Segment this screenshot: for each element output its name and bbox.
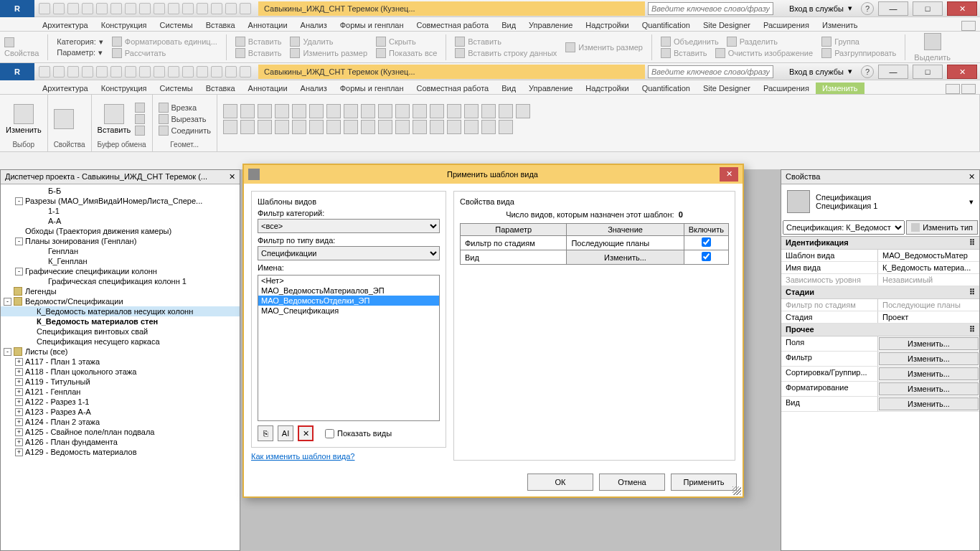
props-section-header[interactable]: Прочее⠿ [781, 324, 979, 336]
modify-tool-icon[interactable] [275, 120, 289, 134]
tree-node[interactable]: А-А [1, 216, 240, 226]
modify-tool-icon[interactable] [344, 120, 358, 134]
tree-expander-icon[interactable]: + [15, 398, 23, 406]
dialog-titlebar[interactable]: Применить шаблон вида ✕ [244, 165, 743, 184]
tree-node[interactable]: К_Генплан [1, 256, 240, 266]
qat-icon[interactable] [110, 66, 122, 77]
qat-icon[interactable] [154, 3, 165, 14]
tab[interactable]: Управление [522, 83, 579, 94]
modify-tool-icon[interactable] [258, 120, 272, 134]
delete-button[interactable]: ✕ [298, 425, 314, 441]
delete-col[interactable]: Удалить [303, 37, 333, 46]
tab-sitedesigner[interactable]: Site Designer [697, 19, 757, 31]
insert-col[interactable]: Вставить [248, 37, 282, 46]
modify-tool-icon[interactable] [464, 104, 479, 118]
prop-value[interactable]: Изменить... [879, 382, 979, 395]
tree-node[interactable]: Графическая спецификация колонн 1 [1, 276, 240, 286]
qat-icon[interactable] [53, 3, 65, 14]
duplicate-button[interactable]: ⎘ [258, 425, 273, 441]
qat-icon[interactable] [225, 3, 237, 14]
tab-collaborate[interactable]: Совместная работа [410, 19, 496, 31]
insert-img[interactable]: Вставить [674, 49, 707, 57]
qat-icon[interactable] [240, 3, 251, 14]
include-checkbox[interactable] [702, 237, 711, 247]
resize-col[interactable]: Изменить размер [303, 49, 367, 57]
tab[interactable]: Вставка [199, 83, 242, 94]
include-cell[interactable] [684, 236, 728, 250]
maximize-button[interactable]: □ [913, 1, 943, 16]
tab[interactable]: Quantification [636, 83, 697, 94]
modify-tool-icon[interactable] [516, 104, 530, 118]
ok-button[interactable]: ОК [527, 474, 593, 491]
rename-button[interactable]: AI [278, 425, 293, 441]
tree-node[interactable]: +А129 - Ведомость материалов [1, 447, 240, 457]
qat-icon[interactable] [125, 3, 136, 14]
tree-node[interactable]: К_Ведомость материалов стен [1, 316, 240, 326]
format-units[interactable]: Форматировать единиц... [125, 37, 217, 46]
template-item[interactable]: МАО_ВедомостьМатериалов_ЭП [258, 286, 439, 296]
tab[interactable]: Совместная работа [410, 83, 496, 94]
tab-annotate[interactable]: Аннотации [242, 19, 294, 31]
tab[interactable]: Системы [154, 83, 199, 94]
properties-close-icon[interactable]: ✕ [969, 172, 975, 182]
tab[interactable]: Site Designer [697, 83, 757, 94]
modify-tool-icon[interactable] [413, 120, 427, 134]
modify-tool-icon[interactable] [275, 104, 289, 118]
modify-tool-icon[interactable] [326, 120, 341, 134]
calculate[interactable]: Рассчитать [125, 49, 166, 57]
qat-icon[interactable] [110, 3, 122, 14]
qat-icon[interactable] [139, 3, 151, 14]
cut[interactable]: Вырезать [171, 115, 207, 123]
modify-tool-icon[interactable] [499, 120, 513, 134]
tree-expander-icon[interactable]: + [15, 358, 23, 366]
connect[interactable]: Соединить [171, 126, 212, 135]
cut-icon[interactable] [159, 114, 169, 124]
modify-tool-icon[interactable] [395, 104, 410, 118]
qat-icon[interactable] [197, 3, 208, 14]
tree-expander-icon[interactable]: - [15, 268, 23, 276]
signin-link[interactable]: Вход в службы [789, 4, 844, 13]
minimize-button[interactable]: — [878, 1, 908, 16]
qat-icon[interactable] [197, 66, 208, 77]
properties-icon[interactable] [54, 109, 74, 129]
clip-icon[interactable] [135, 103, 145, 113]
maximize-button[interactable]: □ [913, 65, 943, 79]
tree-expander-icon[interactable]: - [15, 237, 23, 245]
modify-tool-icon[interactable] [309, 104, 324, 118]
clip-icon[interactable] [135, 114, 145, 124]
minimize-button[interactable]: — [878, 65, 908, 79]
cancel-button[interactable]: Отмена [599, 474, 665, 491]
clear-img[interactable]: Очистить изображение [728, 49, 813, 57]
signin-link-2[interactable]: Вход в службы [789, 67, 844, 76]
browser-close-icon[interactable]: ✕ [229, 172, 235, 182]
tree-node[interactable]: -Листы (все) [1, 347, 240, 357]
help-icon[interactable]: ? [861, 65, 874, 78]
props-section-header[interactable]: Идентификация⠿ [781, 237, 979, 250]
qat-icon[interactable] [67, 66, 79, 77]
modify-tool-icon[interactable] [240, 104, 255, 118]
value-cell[interactable]: Последующие планы [567, 236, 684, 250]
filter-category-select[interactable]: <все> [258, 219, 440, 233]
tree-expander-icon[interactable]: + [15, 438, 23, 446]
project-tree[interactable]: Б-Б-Разрезы (МАО_ИмяВидаИНомерЛиста_Спер… [1, 184, 240, 550]
clip-icon[interactable] [135, 126, 145, 136]
qat-icon[interactable] [168, 3, 179, 14]
template-item[interactable]: МАО_Спецификация [258, 306, 439, 316]
tree-node[interactable]: Обходы (Траектория движения камеры) [1, 226, 240, 236]
ungroup-cmd[interactable]: Разгруппировать [834, 49, 896, 57]
split-cells[interactable]: Разделить [740, 37, 778, 46]
tree-node[interactable]: Б-Б [1, 186, 240, 196]
close-button[interactable]: ✕ [947, 1, 977, 16]
modify-tool-icon[interactable] [378, 120, 392, 134]
app-logo[interactable]: R [0, 63, 34, 80]
tree-expander-icon[interactable]: + [15, 428, 23, 436]
tab[interactable]: Формы и генплан [334, 83, 410, 94]
cut-in[interactable]: Врезка [171, 103, 197, 112]
tree-expander-icon[interactable]: + [15, 388, 23, 396]
qat-icon[interactable] [39, 66, 50, 77]
modify-tool-icon[interactable] [413, 104, 427, 118]
qat-icon[interactable] [154, 66, 165, 77]
app-logo[interactable]: R [0, 0, 34, 17]
prop-value[interactable]: К_Ведомость материа... [878, 262, 979, 273]
tab-systems[interactable]: Системы [154, 19, 199, 31]
